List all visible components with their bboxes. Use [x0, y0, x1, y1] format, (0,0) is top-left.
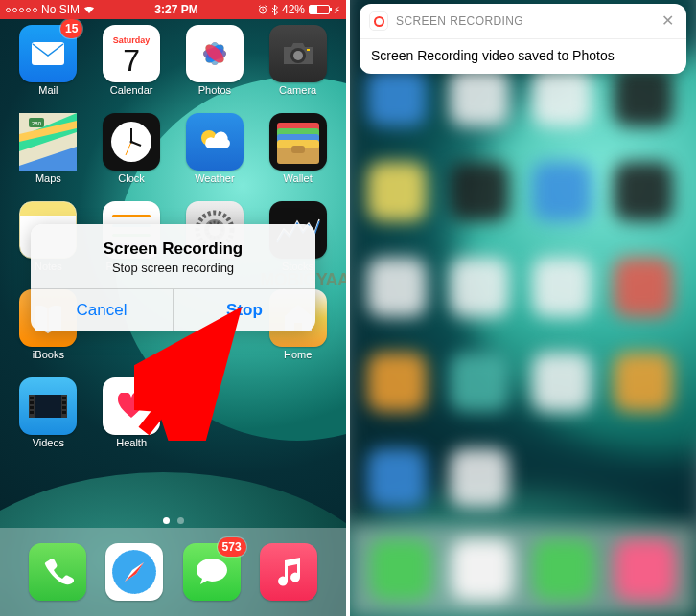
photos-icon — [186, 25, 244, 82]
mail-icon: 15 — [19, 25, 77, 82]
videos-icon — [19, 377, 77, 435]
svg-rect-39 — [62, 397, 66, 399]
wifi-icon — [83, 5, 95, 14]
dock-messages[interactable]: 573 — [183, 543, 241, 601]
blurred-dock — [350, 524, 696, 616]
camera-icon — [269, 25, 327, 82]
blurred-home-grid — [367, 67, 679, 520]
alarm-icon — [258, 5, 267, 14]
app-calendar[interactable]: Saturday 7 Calendar — [97, 25, 167, 96]
status-time: 3:27 PM — [154, 3, 197, 16]
mail-badge: 15 — [60, 19, 82, 38]
alert-title: Screen Recording — [44, 240, 302, 259]
maps-icon: 280 — [19, 113, 77, 171]
close-icon[interactable]: ✕ — [659, 13, 677, 29]
dock: 573 — [0, 528, 346, 616]
status-right: 42% ⚡︎ — [258, 3, 340, 16]
app-health[interactable]: Health — [97, 377, 167, 448]
app-wallet[interactable]: Wallet — [263, 113, 333, 184]
battery-icon — [309, 5, 330, 14]
svg-point-20 — [130, 141, 133, 144]
health-icon — [103, 377, 160, 435]
app-photos[interactable]: Photos — [180, 25, 250, 96]
app-camera[interactable]: Camera — [263, 25, 333, 96]
dock-safari[interactable] — [105, 543, 163, 601]
messages-badge: 573 — [218, 537, 246, 557]
calendar-icon: Saturday 7 — [103, 25, 160, 82]
status-bar-recording[interactable]: No SIM 3:27 PM 42% ⚡︎ — [0, 0, 346, 19]
svg-rect-26 — [291, 146, 305, 153]
svg-rect-42 — [62, 411, 66, 414]
cancel-button[interactable]: Cancel — [31, 289, 173, 331]
record-icon — [369, 11, 388, 31]
clock-icon — [103, 113, 160, 171]
phone-icon — [29, 543, 86, 601]
wallet-icon — [269, 113, 327, 171]
svg-rect-35 — [30, 397, 34, 399]
phone-left: No SIM 3:27 PM 42% ⚡︎ 15 Mail Saturday — [0, 0, 346, 616]
charging-icon: ⚡︎ — [334, 5, 340, 15]
phone-right: SCREEN RECORDING ✕ Screen Recording vide… — [350, 0, 696, 616]
status-left: No SIM — [6, 3, 95, 16]
dock-music[interactable] — [260, 543, 317, 601]
messages-icon: 573 — [183, 543, 241, 601]
svg-point-11 — [293, 51, 303, 60]
svg-rect-37 — [30, 406, 34, 409]
stop-recording-alert: Screen Recording Stop screen recording C… — [31, 224, 315, 331]
weather-icon — [186, 113, 244, 171]
alert-message: Stop screen recording — [44, 261, 302, 275]
bluetooth-icon — [271, 5, 278, 15]
svg-rect-40 — [62, 401, 66, 404]
app-maps[interactable]: 280 Maps — [13, 113, 83, 184]
svg-rect-38 — [30, 411, 34, 414]
page-indicator — [0, 517, 346, 524]
music-icon — [260, 543, 317, 601]
app-videos[interactable]: Videos — [13, 377, 83, 448]
svg-text:280: 280 — [32, 121, 42, 126]
app-mail[interactable]: 15 Mail — [13, 25, 83, 96]
svg-rect-12 — [307, 49, 310, 51]
signal-dots-icon — [6, 8, 37, 12]
safari-icon — [105, 543, 163, 601]
notification-body: Screen Recording video saved to Photos — [360, 38, 686, 74]
app-clock[interactable]: Clock — [97, 113, 167, 184]
carrier-label: No SIM — [41, 3, 80, 16]
stop-button[interactable]: Stop — [173, 289, 315, 331]
svg-rect-41 — [62, 406, 66, 409]
battery-pct: 42% — [282, 3, 305, 16]
dock-phone[interactable] — [29, 543, 86, 601]
app-weather[interactable]: Weather — [180, 113, 250, 184]
screen-recording-notification[interactable]: SCREEN RECORDING ✕ Screen Recording vide… — [360, 4, 686, 74]
svg-rect-36 — [30, 401, 34, 404]
notification-app-name: SCREEN RECORDING — [396, 14, 651, 28]
svg-rect-1 — [32, 42, 64, 65]
